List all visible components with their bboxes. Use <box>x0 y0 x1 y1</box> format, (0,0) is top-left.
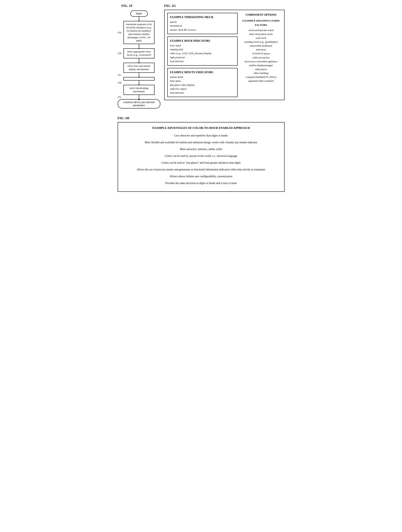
fc-arrow-label-row2: 15d <box>123 81 154 85</box>
fig1h-heading: EXAMPLE ADVANTAGES OF COLOR-TO-HOUR ENAB… <box>124 126 278 130</box>
fig1f-title: FIG. 1F <box>121 4 160 8</box>
minute-item-2: flat-panel video display <box>170 83 235 87</box>
fc-arrow-5 <box>139 81 139 85</box>
minute-item-1: hour glass <box>170 79 235 83</box>
fc-row-enumerate: 15a enumerate purposes to be served by t… <box>118 21 160 44</box>
timekeeping-box: EXAMPLE TIMEKEEPING MECH. quartz mechani… <box>167 13 238 34</box>
component-options: COMPONENT OPTIONS EXAMPLE HOUSINGS/ FORM… <box>241 13 281 97</box>
fc-label-15c: 15c <box>118 73 121 76</box>
component-housings-title: EXAMPLE HOUSINGS/ FORM FACTORS <box>241 19 281 27</box>
fig1h-advantage-4: Colors can be read in "one glance" and f… <box>124 161 278 165</box>
hour-item-3: light projector <box>170 56 235 59</box>
minute-indicators-title: EXAMPLE MINUTE INDICATORS <box>170 70 235 74</box>
fig1g-title: FIG. 1G <box>164 4 285 8</box>
housing-item-3: standing clock (e.g., grandfather) <box>241 40 281 44</box>
fc-row-form: 15b select appropriate form factor (e.g.… <box>118 48 160 58</box>
minute-item-0: minute hand <box>170 75 235 79</box>
housing-item-10: radio/stereo <box>241 67 281 71</box>
fig1h-title: FIG. 1H <box>118 116 285 120</box>
fig1h-advantage-3: Colors can be read by anyone in the worl… <box>124 154 278 158</box>
hour-indicators-title: EXAMPLE HOUR INDICATORS <box>170 39 235 43</box>
timekeeping-item-1: mechanical <box>170 24 235 28</box>
fc-arrow-2 <box>139 44 139 48</box>
timekeeping-item-2: atomic clock RF receiver <box>170 28 235 32</box>
hour-item-0: hour hand <box>170 44 235 48</box>
minute-indicators-box: EXAMPLE MINUTE INDICATORS minute hand ho… <box>167 68 238 97</box>
fig1h-advantage-0: Less obtrusive and repetitive than digit… <box>124 133 278 138</box>
fc-row-timekeeping <box>118 77 160 81</box>
housing-item-9: mobile telephone/pager <box>241 63 281 67</box>
minute-item-4: leaf indicator <box>170 91 235 95</box>
fc-row-construct: select timekeeping mechanism <box>118 85 160 95</box>
fig1h-section: FIG. 1H EXAMPLE ADVANTAGES OF COLOR-TO-H… <box>118 116 285 192</box>
timekeeping-title: EXAMPLE TIMEKEEPING MECH. <box>170 15 235 19</box>
fc-end: construct device per selected parameters <box>118 99 160 108</box>
housing-item-6: VCR/DVD player <box>241 52 281 56</box>
minute-item-3: reflective object <box>170 87 235 91</box>
fc-arrow-label-row: 15c <box>123 73 154 77</box>
fc-label-15d: 15d <box>118 81 121 84</box>
hour-item-1: rotating dial <box>170 48 235 51</box>
fig1g-left: EXAMPLE TIMEKEEPING MECH. quartz mechani… <box>167 13 238 97</box>
fc-construct: select timekeeping mechanism <box>123 85 154 95</box>
fc-label-15b: 15b <box>118 52 121 55</box>
hour-indicators-box: EXAMPLE HOUR INDICATORS hour hand rotati… <box>167 37 238 66</box>
fig1h-outer: EXAMPLE ADVANTAGES OF COLOR-TO-HOUR ENAB… <box>118 122 285 192</box>
housing-item-4: automobile dashboard <box>241 44 281 48</box>
fc-label-15a: 15a <box>118 31 121 34</box>
component-options-title: COMPONENT OPTIONS <box>241 13 281 17</box>
fc-timekeeping <box>123 77 154 81</box>
housing-item-8: microwave oven/other appliance <box>241 60 281 63</box>
fc-form-factor: select appropriate form factor (e.g., wr… <box>123 48 154 58</box>
fig1h-advantage-1: More flexible and scaleable for fashion … <box>124 140 278 144</box>
fig1g-outer: EXAMPLE TIMEKEEPING MECH. quartz mechani… <box>164 10 285 100</box>
housing-item-0: wristwatch/pocket watch <box>241 28 281 32</box>
fc-arrow-4 <box>139 73 139 77</box>
fc-label-15e: 15e <box>118 95 121 99</box>
fc-arrow-label-row3: 15e <box>123 95 154 99</box>
fig1h-advantage-2: More attractive, intuitive, subtle, artf… <box>124 147 278 151</box>
top-row: FIG. 1F begin 15a enumerate purposes to … <box>118 4 285 108</box>
housing-item-12: computer/handheld PC (PDA) <box>241 75 281 79</box>
hour-item-4: leaf indicator <box>170 59 235 63</box>
hour-item-2: video (e.g., LCD, LED, plasma) display <box>170 51 235 55</box>
fig1f-section: FIG. 1F begin 15a enumerate purposes to … <box>118 4 160 108</box>
housing-item-5: television <box>241 48 281 52</box>
fc-enumerate: enumerate purposes to be served by timep… <box>123 21 154 44</box>
fc-arrow-1 <box>139 17 139 21</box>
fc-hour-minute: select hour and minute display mechanism… <box>123 63 154 73</box>
fc-row-hour: select hour and minute display mechanism… <box>118 63 160 73</box>
fig1h-advantage-7: Provides the same precision as digits or… <box>124 181 278 185</box>
fig1g-section: FIG. 1G EXAMPLE TIMEKEEPING MECH. quartz… <box>164 4 285 100</box>
housing-item-7: cable set-top box <box>241 56 281 60</box>
fig1h-advantage-5: Allows the use of precious metals and ge… <box>124 167 278 171</box>
housing-item-11: office building <box>241 71 281 75</box>
fc-begin: begin <box>130 11 148 17</box>
fig1h-advantage-6: Allows almost infinite user configurabil… <box>124 174 278 178</box>
timekeeping-item-0: quartz <box>170 20 235 24</box>
flowchart: begin 15a enumerate purposes to be serve… <box>118 11 160 108</box>
fc-arrow-3 <box>139 58 139 63</box>
fc-arrow-6 <box>139 95 139 99</box>
housing-item-13: aquarium/other container <box>241 79 281 83</box>
housing-item-2: wall clock <box>241 36 281 40</box>
page: FIG. 1F begin 15a enumerate purposes to … <box>118 4 285 192</box>
housing-item-1: desk clock/alarm clock <box>241 32 281 36</box>
